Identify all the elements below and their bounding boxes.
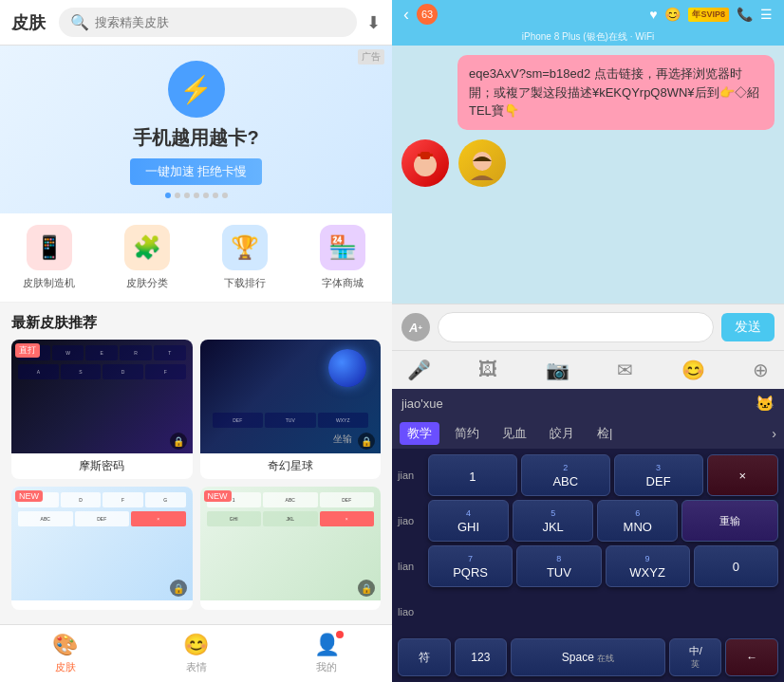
- key-num: 2: [563, 463, 568, 472]
- kb-tab-4[interactable]: 检|: [589, 422, 620, 445]
- key-def[interactable]: 3 DEF: [614, 454, 703, 496]
- preview-key: G: [145, 492, 186, 507]
- quick-item-skin-maker[interactable]: 📱 皮肤制造机: [0, 225, 98, 290]
- key-1[interactable]: 1: [428, 454, 517, 496]
- preview-key: R: [120, 345, 152, 360]
- key-123[interactable]: 123: [455, 638, 508, 676]
- skin-card-fantasy[interactable]: DEF TUV WXYZ 坐输 🔒 奇幻星球: [200, 340, 382, 479]
- key-backspace[interactable]: ←: [725, 638, 778, 676]
- row-label-jiao: jiao: [398, 500, 424, 542]
- skin-card-morsecode[interactable]: Q W E R T A S D F 直打: [11, 340, 193, 479]
- kb-tabs: 教学 简约 见血 皎月 检| ›: [392, 418, 784, 449]
- key-char: DEF: [646, 474, 671, 488]
- hot-badge: 直打: [15, 343, 40, 358]
- dot-2: [175, 193, 180, 198]
- font-store-icon: 🏪: [320, 225, 365, 270]
- skin-name-new2: [200, 600, 382, 610]
- key-delete[interactable]: ×: [707, 454, 778, 496]
- dot-6: [213, 193, 218, 198]
- key-num: 6: [635, 508, 640, 518]
- key-num: 7: [468, 554, 473, 563]
- lock-icon: 🔒: [170, 580, 187, 597]
- preview-key: S: [61, 364, 102, 379]
- status-bar: ‹ 63 ♥ 😊 年SVIP8 📞 ☰: [392, 0, 784, 28]
- kb-tab-2[interactable]: 见血: [495, 422, 534, 445]
- new-badge: NEW: [15, 490, 43, 502]
- key-pqrs[interactable]: 7 PQRS: [428, 545, 513, 587]
- banner-button[interactable]: 一键加速 拒绝卡慢: [130, 158, 263, 185]
- lock-icon: 🔒: [358, 580, 375, 597]
- quick-item-font-store[interactable]: 🏪 字体商城: [294, 225, 392, 290]
- ad-label: 广告: [358, 49, 384, 65]
- font-style-icon[interactable]: A+: [401, 313, 430, 341]
- key-char: 重输: [719, 514, 740, 528]
- left-panel: 皮肤 🔍 ⬇ 广告 ⚡ 手机越用越卡? 一键加速 拒绝卡慢: [0, 0, 392, 682]
- skin-preview-space: DEF TUV WXYZ 坐输 🔒: [200, 340, 382, 453]
- left-header: 皮肤 🔍 ⬇: [0, 0, 392, 46]
- key-char: MNO: [624, 520, 652, 534]
- space-label: Space 在线: [562, 651, 614, 665]
- menu-icon[interactable]: ☰: [760, 7, 773, 22]
- search-input[interactable]: [95, 15, 345, 29]
- skin-card-new2[interactable]: 1 ABC DEF GHI JKL × NEW 🔒: [200, 487, 382, 610]
- row-label-lian: lian: [398, 545, 424, 587]
- envelope-icon[interactable]: ✉: [617, 359, 633, 381]
- dot-4: [194, 193, 199, 198]
- nav-item-profile[interactable]: 👤 我的: [261, 633, 392, 674]
- key-space[interactable]: Space 在线: [511, 638, 665, 676]
- preview-key: D: [103, 364, 143, 379]
- profile-nav-label: 我的: [316, 660, 337, 674]
- page-title: 皮肤: [11, 11, 49, 34]
- key-cn[interactable]: 中/ 英: [669, 638, 722, 676]
- emoji-icon[interactable]: 😊: [681, 359, 705, 381]
- skin-name-fantasy: 奇幻星球: [200, 453, 382, 479]
- kb-tab-0[interactable]: 教学: [400, 422, 439, 445]
- font-store-label: 字体商城: [322, 276, 364, 290]
- back-button[interactable]: ‹: [403, 5, 409, 25]
- kb-row-3: 7 PQRS 8 TUV 9 WXYZ 0: [428, 545, 778, 587]
- camera-icon[interactable]: 📷: [546, 359, 569, 381]
- skin-card-new1[interactable]: S D F G ABC DEF × NEW 🔒: [11, 487, 193, 610]
- key-0[interactable]: 0: [694, 545, 778, 587]
- kb-keys: 1 2 ABC 3 DEF ×: [428, 454, 778, 633]
- nav-item-emoji[interactable]: 😊 表情: [131, 633, 262, 674]
- nav-item-skin[interactable]: 🎨 皮肤: [0, 633, 131, 674]
- banner-icon: ⚡: [168, 61, 225, 118]
- preview-key: ×: [320, 511, 375, 526]
- kb-bottom-row: 符 123 Space 在线 中/ 英 ←: [392, 638, 784, 682]
- left-content: 广告 ⚡ 手机越用越卡? 一键加速 拒绝卡慢 📱 皮肤制造机: [0, 46, 392, 624]
- search-bar[interactable]: 🔍: [59, 8, 357, 37]
- phone-icon[interactable]: 📞: [737, 7, 753, 22]
- send-button[interactable]: 发送: [721, 313, 775, 341]
- status-icons: ♥ 😊 年SVIP8 📞 ☰: [649, 7, 773, 22]
- download-icon[interactable]: ⬇: [366, 12, 381, 33]
- key-abc[interactable]: 2 ABC: [521, 454, 610, 496]
- key-char: PQRS: [453, 565, 488, 580]
- preview-key: TUV: [265, 413, 316, 428]
- key-tuv[interactable]: 8 TUV: [516, 545, 601, 587]
- key-wxyz[interactable]: 9 WXYZ: [606, 545, 690, 587]
- quick-item-download-rank[interactable]: 🏆 下载排行: [196, 225, 294, 290]
- key-ghi[interactable]: 4 GHI: [428, 500, 509, 542]
- quick-icons: 📱 皮肤制造机 🧩 皮肤分类 🏆 下载排行 🏪 字体商城: [0, 213, 392, 303]
- search-icon: 🔍: [70, 13, 89, 31]
- key-reenter[interactable]: 重输: [681, 500, 778, 542]
- plus-icon[interactable]: ⊕: [753, 359, 769, 381]
- tab-arrow-icon[interactable]: ›: [772, 426, 776, 441]
- quick-item-skin-cat[interactable]: 🧩 皮肤分类: [98, 225, 196, 290]
- kb-tab-1[interactable]: 简约: [447, 422, 487, 445]
- input-bar: A+ 发送: [392, 304, 784, 350]
- key-symbol[interactable]: 符: [398, 638, 451, 676]
- skin-cat-icon: 🧩: [124, 225, 170, 270]
- message-input[interactable]: [438, 312, 714, 342]
- cn-label: 中/: [689, 644, 702, 658]
- image-icon[interactable]: 🖼: [478, 359, 497, 381]
- chat-area: eqe3AxV?sm=b18ed2 点击链接，再选择浏览器时開；或複ア製这段描述…: [392, 46, 784, 304]
- mic-icon[interactable]: 🎤: [407, 359, 431, 381]
- dot-5: [203, 193, 209, 198]
- preview-key: F: [145, 364, 186, 379]
- key-mno[interactable]: 6 MNO: [597, 500, 678, 542]
- key-jkl[interactable]: 5 JKL: [513, 500, 593, 542]
- key-num: 4: [466, 508, 471, 518]
- kb-tab-3[interactable]: 皎月: [542, 422, 582, 445]
